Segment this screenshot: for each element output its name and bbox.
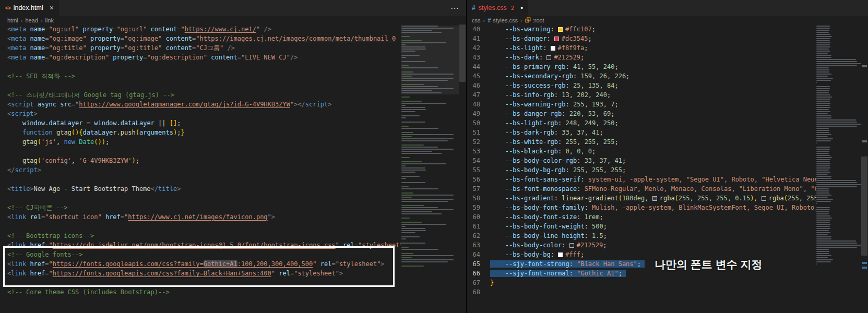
code-line[interactable]: 64 --bs-body-bg: #fff; — [467, 250, 816, 259]
code-line[interactable]: 65 --sjy-font-strong: "Black Han Sans"; — [467, 259, 816, 269]
code-line[interactable] — [0, 62, 401, 71]
code-line[interactable]: 42 --bs-light: #f8f9fa; — [467, 43, 816, 53]
line-number[interactable]: 56 — [467, 175, 480, 184]
code-line[interactable]: 60 --bs-body-font-size: 1rem; — [467, 212, 816, 222]
code-line[interactable]: 48 --bs-warning-rgb: 255, 193, 7; — [467, 100, 816, 109]
line-number[interactable]: 41 — [467, 34, 480, 43]
line-number[interactable]: 66 — [467, 269, 480, 278]
color-swatch[interactable] — [551, 46, 555, 51]
line-number[interactable]: 46 — [467, 81, 480, 90]
color-swatch[interactable] — [554, 37, 559, 41]
code-line[interactable]: 61 --bs-body-font-weight: 500; — [467, 222, 816, 231]
line-number[interactable]: 54 — [467, 156, 480, 165]
code-line[interactable] — [0, 222, 401, 231]
code-line[interactable]: <!-- SEO 최적화 --> — [0, 71, 401, 81]
line-number[interactable]: 44 — [467, 62, 480, 71]
code-editor-css[interactable]: 40 --bs-warning: #ffc107;41 --bs-danger:… — [467, 25, 868, 313]
line-number[interactable]: 50 — [467, 118, 480, 128]
line-number[interactable]: 63 — [467, 240, 480, 250]
vertical-scrollbar[interactable] — [459, 25, 466, 313]
code-line[interactable]: <link href="https://fonts.googleapis.com… — [0, 269, 401, 278]
breadcrumb-item[interactable]: head — [25, 17, 38, 23]
code-line[interactable]: <script async src="https://www.googletag… — [0, 100, 401, 109]
line-number[interactable]: 58 — [467, 194, 480, 203]
code-line[interactable]: 62 --bs-body-line-height: 1.5; — [467, 231, 816, 240]
tab-styles-css[interactable]: # styles.css 2 ● — [467, 0, 528, 16]
line-number[interactable]: 68 — [467, 287, 480, 297]
code-line[interactable]: 40 --bs-warning: #ffc107; — [467, 25, 816, 34]
code-line[interactable]: <!-- 스니핏/태그매니저 Google tag (gtag.js) --> — [0, 90, 401, 100]
code-line[interactable]: 58 --bs-gradient: linear-gradient(180deg… — [467, 194, 816, 203]
line-number[interactable]: 65 — [467, 259, 480, 269]
code-line[interactable]: 59 --bs-body-font-family: Mulish, -apple… — [467, 203, 816, 212]
code-line[interactable]: 68 — [467, 287, 816, 297]
code-line[interactable]: <!-- Google fonts--> — [0, 250, 401, 259]
code-line[interactable]: <link href="https://cdn.jsdelivr.net/npm… — [0, 240, 401, 250]
line-number[interactable]: 60 — [467, 212, 480, 222]
code-line[interactable]: 52 --bs-white-rgb: 255, 255, 255; — [467, 137, 816, 147]
minimap[interactable] — [816, 26, 861, 313]
code-line[interactable]: <link rel="shortcut icon" href="https://… — [0, 212, 401, 222]
line-number[interactable]: 51 — [467, 128, 480, 137]
code-line[interactable]: 49 --bs-danger-rgb: 220, 53, 69; — [467, 109, 816, 118]
code-line[interactable]: gtag('js', new Date()); — [0, 137, 401, 147]
color-swatch[interactable] — [558, 27, 563, 32]
line-number[interactable]: 62 — [467, 231, 480, 240]
code-line[interactable]: 50 --bs-light-rgb: 248, 249, 250; — [467, 118, 816, 128]
minimap[interactable] — [401, 26, 459, 313]
code-line[interactable]: 41 --bs-danger: #dc3545; — [467, 34, 816, 43]
code-line[interactable] — [0, 194, 401, 203]
code-line[interactable]: <meta name="og:url" property="og:url" co… — [0, 25, 401, 34]
line-number[interactable]: 53 — [467, 147, 480, 156]
line-number[interactable]: 40 — [467, 25, 480, 34]
code-line[interactable]: window.dataLayer = window.dataLayer || [… — [0, 118, 401, 128]
color-swatch[interactable] — [558, 252, 563, 257]
line-number[interactable]: 47 — [467, 90, 480, 100]
line-number[interactable]: 59 — [467, 203, 480, 212]
code-line[interactable]: 57 --bs-font-monospace: SFMono-Regular, … — [467, 184, 816, 194]
code-line[interactable]: 67} — [467, 278, 816, 287]
code-line[interactable]: <link href="https://fonts.googleapis.com… — [0, 259, 401, 269]
code-line[interactable]: gtag('config', 'G-4V9HKB3ZYW'); — [0, 156, 401, 165]
code-line[interactable]: function gtag(){dataLayer.push(arguments… — [0, 128, 401, 137]
line-number[interactable]: 48 — [467, 100, 480, 109]
line-number[interactable]: 64 — [467, 250, 480, 259]
code-line[interactable]: <script> — [0, 109, 401, 118]
code-line[interactable]: <title>New Age - Start Bootstrap Theme</… — [0, 184, 401, 194]
code-line[interactable]: 63 --bs-body-color: #212529; — [467, 240, 816, 250]
overview-ruler[interactable] — [861, 25, 868, 313]
code-line[interactable]: <meta name="og:description" property="og… — [0, 53, 401, 62]
close-icon[interactable]: × — [50, 4, 54, 11]
breadcrumb-item[interactable]: html — [7, 17, 18, 23]
code-line[interactable]: 46 --bs-success-rgb: 25, 135, 84; — [467, 81, 816, 90]
line-number[interactable]: 49 — [467, 109, 480, 118]
code-line[interactable] — [0, 147, 401, 156]
scrollbar-slider[interactable] — [459, 25, 466, 82]
line-number[interactable]: 67 — [467, 278, 480, 287]
line-number[interactable]: 43 — [467, 53, 480, 62]
code-line[interactable]: 66 --sjy-font-normal: "Gothic A1"; — [467, 269, 816, 278]
tab-index-html[interactable]: <> index.html × — [0, 0, 59, 16]
code-line[interactable]: 43 --bs-dark: #212529; — [467, 53, 816, 62]
code-line[interactable]: <!-- Bootstrap icons--> — [0, 231, 401, 240]
more-actions-icon[interactable]: ⋯ — [443, 0, 466, 16]
code-line[interactable]: 56 --bs-font-sans-serif: system-ui, -app… — [467, 175, 816, 184]
code-line[interactable]: 51 --bs-dark-rgb: 33, 37, 41; — [467, 128, 816, 137]
breadcrumb-item-file[interactable]: styles.css — [493, 17, 518, 23]
code-line[interactable] — [0, 278, 401, 287]
code-editor-html[interactable]: <meta name="og:url" property="og:url" co… — [0, 25, 466, 313]
modified-dot-icon[interactable]: ● — [520, 5, 523, 10]
line-number[interactable]: 61 — [467, 222, 480, 231]
code-line[interactable]: 47 --bs-info-rgb: 13, 202, 240; — [467, 90, 816, 100]
breadcrumb-item-root[interactable]: :root — [533, 17, 544, 23]
scrollbar-slider[interactable] — [861, 156, 867, 256]
color-swatch[interactable] — [569, 243, 574, 248]
color-swatch[interactable] — [546, 55, 551, 60]
breadcrumb-item-css-folder[interactable]: css — [472, 17, 481, 23]
code-line[interactable]: <!-- CJ파비콘 --> — [0, 203, 401, 212]
line-number[interactable]: 57 — [467, 184, 480, 194]
code-line[interactable]: <!-- Core theme CSS (includes Bootstrap)… — [0, 287, 401, 297]
code-line[interactable]: 45 --bs-secondary-rgb: 159, 26, 226; — [467, 71, 816, 81]
code-line[interactable]: </script> — [0, 165, 401, 175]
breadcrumb-item[interactable]: link — [45, 17, 54, 23]
